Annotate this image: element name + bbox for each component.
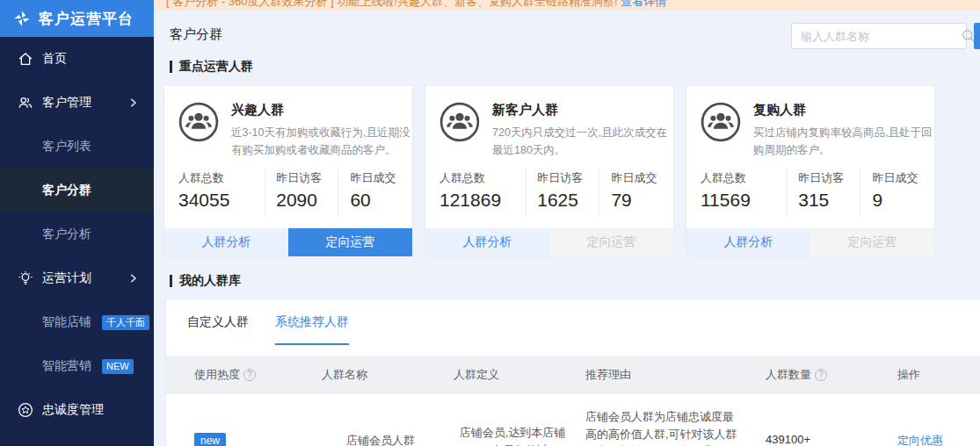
sidebar-item-customer-list[interactable]: 客户列表 xyxy=(0,125,154,169)
targeted-operation-button[interactable]: 定向运营 xyxy=(288,228,412,256)
group-analysis-button[interactable]: 人群分析 xyxy=(164,228,288,256)
group-avatar-icon xyxy=(439,102,480,142)
key-groups-section-title: 重点运营人群 xyxy=(170,58,980,76)
hot-badge: new xyxy=(194,433,226,446)
card-description: 720天内只成交过一次,且此次成交在最近180天内。 xyxy=(492,124,673,160)
stat-value: 79 xyxy=(611,190,673,211)
banner-details-link[interactable]: 查看详情 xyxy=(621,0,666,8)
group-library-panel: 自定义人群 系统推荐人群 使用热度? 人群名称 人群定义 推荐理由 人群数量? … xyxy=(165,299,980,446)
table-row: new 店铺会员人群 店铺会员,达到本店铺 vip1 会员条件以... 店铺会员… xyxy=(166,394,980,446)
smart-shop-badge: 千人千面 xyxy=(102,315,149,330)
announcement-banner: [ 客户分析 - 360度人群效果分析 ] 功能上线啦!兴趣人群、新客、复购人群… xyxy=(154,0,980,11)
sidebar: 客户运营平台 首页 客户管理 客户列表 客户 xyxy=(0,0,154,446)
stat-label: 人群总数 xyxy=(439,170,526,186)
sidebar-item-label: 智能营销 xyxy=(42,358,91,374)
group-definition: 店铺会员,达到本店铺 vip1 会员条件以... xyxy=(454,424,570,446)
stat-label: 人群总数 xyxy=(178,170,265,186)
sidebar-item-operation-plan[interactable]: 运营计划 xyxy=(0,256,154,300)
stat-value: 1625 xyxy=(537,190,599,211)
bulb-icon xyxy=(18,270,33,286)
card-interest-group: 兴趣人群 近3-10天有加购或收藏行为,且近期没有购买加购或者收藏商品的客户。 … xyxy=(163,85,413,257)
stat-label: 昨日成交 xyxy=(350,170,412,186)
tab-custom-groups[interactable]: 自定义人群 xyxy=(187,299,249,345)
column-header: 推荐理由 xyxy=(585,367,631,383)
page-header: 客户分群 xyxy=(154,11,980,51)
card-stats: 人群总数34055 昨日访客2090 昨日成交60 xyxy=(164,169,412,218)
star-circle-icon xyxy=(18,402,33,418)
sidebar-item-label: 客户列表 xyxy=(42,139,91,155)
column-header: 人群数量 xyxy=(766,367,811,383)
targeted-operation-button[interactable]: 定向运营 xyxy=(810,228,934,256)
help-icon[interactable]: ? xyxy=(243,369,256,381)
sidebar-item-smart-shop[interactable]: 智能店铺 千人千面 xyxy=(0,300,154,344)
help-icon[interactable]: ? xyxy=(815,369,827,381)
groups-table: 使用热度? 人群名称 人群定义 推荐理由 人群数量? 操作 new 店铺会员人群… xyxy=(166,356,980,446)
sidebar-item-customer-analysis[interactable]: 客户分析 xyxy=(0,212,154,256)
column-header: 使用热度 xyxy=(194,367,240,383)
tab-system-recommended-groups[interactable]: 系统推荐人群 xyxy=(275,299,349,345)
stat-label: 昨日成交 xyxy=(611,170,673,186)
sidebar-item-loyalty-management[interactable]: 忠诚度管理 xyxy=(0,388,154,432)
stat-label: 人群总数 xyxy=(701,170,787,186)
stat-value: 11569 xyxy=(701,190,787,211)
library-section-title: 我的人群库 xyxy=(170,272,980,290)
sidebar-item-label: 运营计划 xyxy=(42,270,91,286)
targeted-discount-link[interactable]: 定向优惠 xyxy=(897,433,943,446)
sidebar-item-home[interactable]: 首页 xyxy=(0,37,154,81)
card-description: 近3-10天有加购或收藏行为,且近期没有购买加购或者收藏商品的客户。 xyxy=(231,124,412,160)
column-header: 人群名称 xyxy=(322,367,367,383)
stat-value: 9 xyxy=(872,190,934,211)
sidebar-item-label: 智能店铺 xyxy=(42,314,91,330)
library-tabs: 自定义人群 系统推荐人群 xyxy=(166,299,980,345)
sidebar-item-label: 首页 xyxy=(42,51,67,67)
card-new-customer-group: 新客户人群 720天内只成交过一次,且此次成交在最近180天内。 人群总数121… xyxy=(425,85,674,257)
sidebar-item-customer-management[interactable]: 客户管理 xyxy=(0,81,154,125)
card-stats: 人群总数11569 昨日访客315 昨日成交9 xyxy=(686,169,934,218)
stat-label: 昨日成交 xyxy=(872,170,934,186)
group-avatar-icon xyxy=(178,102,219,142)
key-groups-cards: 兴趣人群 近3-10天有加购或收藏行为,且近期没有购买加购或者收藏商品的客户。 … xyxy=(163,85,980,257)
edge-action-button[interactable] xyxy=(974,23,980,49)
customer-operation-platform: 客户运营平台 首页 客户管理 客户列表 客户 xyxy=(0,0,980,446)
stat-label: 昨日访客 xyxy=(276,170,338,186)
sidebar-item-label: 客户分析 xyxy=(42,227,91,242)
column-header: 操作 xyxy=(897,367,920,383)
chevron-right-icon xyxy=(128,274,138,284)
stat-value: 121869 xyxy=(439,190,526,211)
group-name: 店铺会员人群 xyxy=(346,433,415,446)
stat-value: 315 xyxy=(798,190,860,211)
stat-label: 昨日访客 xyxy=(537,170,599,186)
column-header: 人群定义 xyxy=(454,367,499,383)
sidebar-item-customer-segmentation[interactable]: 客户分群 xyxy=(0,169,154,212)
sidebar-item-label: 客户分群 xyxy=(42,183,91,198)
main-content: [ 客户分析 - 360度人群效果分析 ] 功能上线啦!兴趣人群、新客、复购人群… xyxy=(154,0,980,446)
sidebar-nav: 首页 客户管理 客户列表 客户分群 客户分析 xyxy=(0,37,154,432)
chevron-right-icon xyxy=(128,98,138,108)
card-repurchase-group: 复购人群 买过店铺内复购率较高商品,且处于回购周期的客户。 人群总数11569 … xyxy=(686,85,935,257)
sidebar-item-smart-marketing[interactable]: 智能营销 NEW xyxy=(0,344,154,388)
app-logo: 客户运营平台 xyxy=(0,0,154,37)
app-title: 客户运营平台 xyxy=(39,9,134,29)
new-badge: NEW xyxy=(102,359,134,374)
sidebar-item-label: 忠诚度管理 xyxy=(42,402,104,418)
targeted-operation-button[interactable]: 定向运营 xyxy=(549,228,673,256)
card-title: 复购人群 xyxy=(753,102,934,119)
group-analysis-button[interactable]: 人群分析 xyxy=(425,228,549,256)
users-icon xyxy=(18,95,33,111)
sidebar-item-label: 客户管理 xyxy=(42,95,91,111)
banner-text: [ 客户分析 - 360度人群效果分析 ] 功能上线啦!兴趣人群、新客、复购人群… xyxy=(166,0,618,8)
stat-label: 昨日访客 xyxy=(798,170,860,186)
search-input[interactable] xyxy=(792,30,961,43)
section-title-bar xyxy=(170,61,172,73)
page-title: 客户分群 xyxy=(170,26,222,43)
pinwheel-logo-icon xyxy=(12,9,32,28)
card-title: 新客户人群 xyxy=(492,102,673,119)
recommend-reason: 店铺会员人群为店铺忠诚度最高的高价值人群,可针对该人群做定向权益、召回等,强化会… xyxy=(585,408,744,446)
card-stats: 人群总数121869 昨日访客1625 昨日成交79 xyxy=(425,169,673,218)
table-header-row: 使用热度? 人群名称 人群定义 推荐理由 人群数量? 操作 xyxy=(166,356,980,394)
card-title: 兴趣人群 xyxy=(231,102,412,119)
home-icon xyxy=(18,51,33,67)
group-avatar-icon xyxy=(701,102,741,142)
card-description: 买过店铺内复购率较高商品,且处于回购周期的客户。 xyxy=(753,124,934,160)
group-analysis-button[interactable]: 人群分析 xyxy=(686,228,810,256)
